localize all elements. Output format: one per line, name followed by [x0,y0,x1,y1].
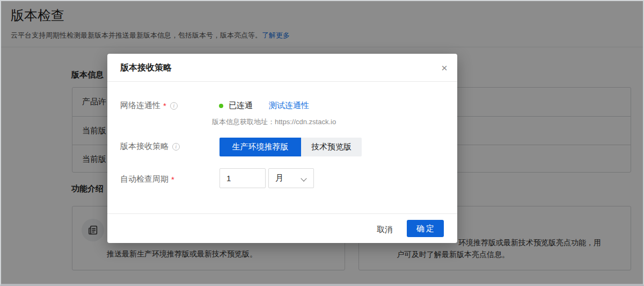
reception-policy-label: 版本接收策略 i [120,141,180,152]
required-asterisk: * [171,175,174,184]
cancel-button[interactable]: 取消 [374,224,396,236]
auto-check-period-label: 自动检查周期 * [120,174,174,184]
required-asterisk: * [163,101,166,110]
modal-header: 版本接收策略 ✕ [107,54,457,82]
policy-option-production-button[interactable]: 生产环境推荐版 [219,138,301,156]
version-source-helper-text: 版本信息获取地址：https://cdn.zstack.io [212,117,336,127]
reception-policy-label-text: 版本接收策略 [120,141,169,152]
period-unit-select[interactable]: 月 [268,168,314,188]
policy-toggle-group: 生产环境推荐版 技术预览版 [219,138,362,156]
period-value-input[interactable] [219,168,266,188]
connectivity-status: 已连通 测试连通性 [219,101,309,111]
close-icon[interactable]: ✕ [438,62,451,75]
test-connectivity-link[interactable]: 测试连通性 [269,101,309,111]
period-unit-value: 月 [275,173,283,183]
network-connectivity-label-text: 网络连通性 [120,101,160,111]
ok-button[interactable]: 确定 [407,220,444,237]
version-policy-modal: 版本接收策略 ✕ 网络连通性 * i 已连通 测试连通性 版本信息获取地址：ht… [107,54,457,243]
network-connectivity-label: 网络连通性 * i [120,101,178,111]
chevron-down-icon [301,175,306,181]
info-icon[interactable]: i [172,143,180,151]
connected-dot-icon [219,104,223,108]
auto-check-period-label-text: 自动检查周期 [120,174,169,184]
policy-option-preview-button[interactable]: 技术预览版 [301,138,362,156]
connectivity-status-text: 已连通 [229,101,253,111]
app-window: 版本检查 云平台支持周期性检测最新版本并推送最新版本信息，包括版本号，版本亮点等… [0,0,644,286]
info-icon[interactable]: i [170,102,178,110]
modal-title: 版本接收策略 [120,62,172,74]
modal-footer: 取消 确定 [107,213,457,243]
